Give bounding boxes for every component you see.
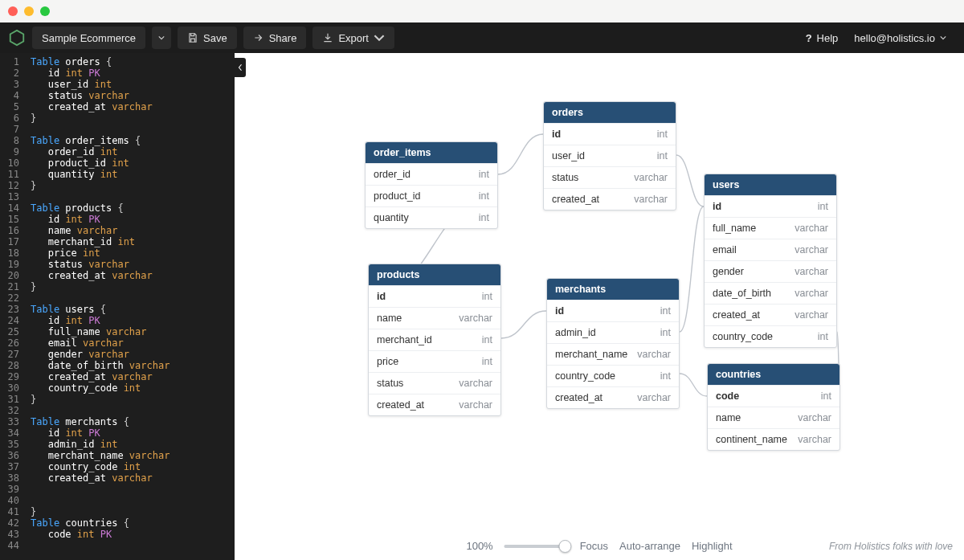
help-label: Help: [817, 32, 839, 44]
export-button[interactable]: Export: [312, 27, 394, 49]
zoom-value: 100%: [466, 540, 492, 552]
column-country_code[interactable]: country_codeint: [705, 325, 836, 347]
zoom-slider[interactable]: [504, 545, 569, 548]
table-header[interactable]: products: [369, 264, 500, 285]
column-id[interactable]: idint: [705, 195, 836, 217]
column-status[interactable]: statusvarchar: [369, 372, 500, 394]
save-label: Save: [203, 32, 227, 44]
help-icon: ?: [806, 32, 812, 44]
table-header[interactable]: countries: [708, 364, 839, 385]
svg-marker-0: [10, 31, 24, 45]
column-merchant_id[interactable]: merchant_idint: [369, 329, 500, 350]
table-header[interactable]: orders: [544, 102, 676, 123]
focus-button[interactable]: Focus: [580, 540, 608, 552]
column-id[interactable]: idint: [544, 123, 676, 145]
close-window-icon[interactable]: [8, 6, 18, 16]
table-orders[interactable]: ordersidintuser_idintstatusvarcharcreate…: [543, 101, 676, 211]
download-icon: [322, 32, 333, 43]
column-quantity[interactable]: quantityint: [366, 206, 497, 228]
chevron-down-icon: [374, 32, 385, 43]
table-order_items[interactable]: order_itemsorder_idintproduct_idintquant…: [365, 141, 498, 229]
project-select[interactable]: Sample Ecommerce: [32, 27, 145, 49]
line-number-gutter: 1234567891011121314151617181920212223242…: [0, 53, 24, 560]
column-merchant_name[interactable]: merchant_namevarchar: [547, 343, 679, 365]
diagram-canvas[interactable]: order_itemsorder_idintproduct_idintquant…: [235, 53, 964, 560]
column-id[interactable]: idint: [369, 285, 500, 307]
app-logo-icon: [8, 29, 26, 47]
table-merchants[interactable]: merchantsidintadmin_idintmerchant_nameva…: [546, 278, 680, 409]
export-label: Export: [338, 32, 369, 44]
project-name: Sample Ecommerce: [42, 32, 136, 44]
user-menu[interactable]: hello@holistics.io: [854, 32, 946, 44]
user-email: hello@holistics.io: [854, 32, 935, 44]
project-caret[interactable]: [152, 27, 171, 49]
table-header[interactable]: merchants: [547, 279, 679, 300]
column-name[interactable]: namevarchar: [708, 407, 839, 428]
collapse-editor-button[interactable]: [235, 58, 246, 77]
share-button[interactable]: Share: [243, 27, 307, 49]
highlight-button[interactable]: Highlight: [692, 540, 733, 552]
window-chrome: [0, 0, 964, 22]
chevron-left-icon: [238, 63, 243, 72]
share-label: Share: [269, 32, 297, 44]
save-icon: [187, 32, 198, 43]
column-created_at[interactable]: created_atvarchar: [369, 394, 500, 415]
column-product_id[interactable]: product_idint: [366, 185, 497, 206]
auto-arrange-button[interactable]: Auto-arrange: [619, 540, 680, 552]
column-email[interactable]: emailvarchar: [705, 239, 836, 260]
column-created_at[interactable]: created_atvarchar: [547, 386, 679, 408]
table-countries[interactable]: countriescodeintnamevarcharcontinent_nam…: [707, 363, 840, 451]
column-id[interactable]: idint: [547, 300, 679, 321]
help-button[interactable]: ? Help: [806, 32, 839, 44]
chevron-down-icon: [940, 35, 946, 40]
code-editor[interactable]: 1234567891011121314151617181920212223242…: [0, 53, 235, 560]
maximize-window-icon[interactable]: [40, 6, 50, 16]
column-user_id[interactable]: user_idint: [544, 145, 676, 166]
column-code[interactable]: codeint: [708, 385, 839, 407]
column-price[interactable]: priceint: [369, 350, 500, 372]
column-continent_name[interactable]: continent_namevarchar: [708, 428, 839, 450]
canvas-controls: 100% Focus Auto-arrange Highlight: [466, 540, 732, 552]
column-order_id[interactable]: order_idint: [366, 163, 497, 185]
column-status[interactable]: statusvarchar: [544, 166, 676, 188]
share-icon: [253, 32, 264, 43]
code-content: Table orders { id int PK user_id int sta…: [24, 53, 170, 560]
column-gender[interactable]: gendervarchar: [705, 260, 836, 282]
save-button[interactable]: Save: [178, 27, 237, 49]
table-products[interactable]: productsidintnamevarcharmerchant_idintpr…: [368, 264, 501, 416]
credit-text: From Holistics folks with love: [829, 541, 953, 552]
table-header[interactable]: order_items: [366, 142, 497, 163]
toolbar: Sample Ecommerce Save Share Export ? Hel…: [0, 22, 964, 53]
table-header[interactable]: users: [705, 174, 836, 195]
minimize-window-icon[interactable]: [24, 6, 34, 16]
column-full_name[interactable]: full_namevarchar: [705, 217, 836, 239]
column-created_at[interactable]: created_atvarchar: [705, 304, 836, 325]
zoom-thumb[interactable]: [559, 540, 572, 553]
table-users[interactable]: usersidintfull_namevarcharemailvarcharge…: [704, 174, 837, 348]
column-admin_id[interactable]: admin_idint: [547, 321, 679, 343]
column-created_at[interactable]: created_atvarchar: [544, 188, 676, 210]
column-date_of_birth[interactable]: date_of_birthvarchar: [705, 282, 836, 304]
column-country_code[interactable]: country_codeint: [547, 365, 679, 386]
column-name[interactable]: namevarchar: [369, 307, 500, 329]
chevron-down-icon: [158, 35, 165, 40]
